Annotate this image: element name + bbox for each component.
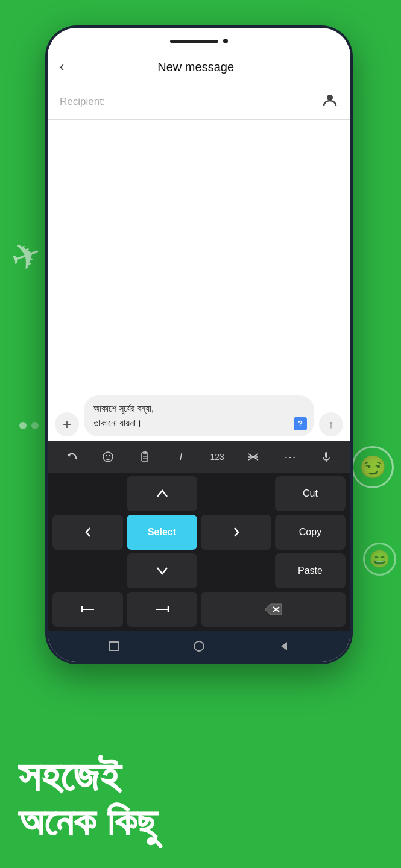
svg-point-2 — [103, 452, 113, 462]
app-screen: ‹ New message Recipient: — [48, 49, 350, 662]
svg-point-4 — [109, 455, 110, 456]
text-input-bubble[interactable]: আকাশে সূর্যের বন্যা, তাকানো যায়না। ? — [84, 395, 314, 436]
bottom-text-line1: সহজেই — [18, 752, 383, 800]
cut-key[interactable]: Cut — [275, 476, 346, 511]
keyboard-keys: Cut Select Copy — [48, 473, 350, 631]
toolbar-123[interactable]: 123 — [200, 447, 234, 467]
svg-point-0 — [327, 95, 333, 101]
nav-right-key[interactable] — [201, 515, 271, 550]
message-area — [48, 120, 350, 391]
back-button[interactable]: ‹ — [60, 59, 71, 75]
phone-frame: ‹ New message Recipient: — [45, 25, 353, 664]
send-button[interactable]: ↑ — [319, 412, 343, 436]
svg-point-3 — [106, 455, 107, 456]
nav-bar — [48, 631, 350, 662]
home-key[interactable] — [52, 592, 123, 627]
backspace-key[interactable] — [201, 592, 346, 627]
toolbar-mic[interactable] — [309, 446, 343, 468]
input-row: + আকাশে সূর্যের বন্যা, তাকানো যায়না। ? … — [48, 391, 350, 441]
notch — [170, 40, 218, 43]
status-bar — [48, 28, 350, 49]
svg-rect-12 — [325, 452, 327, 458]
copy-key[interactable]: Copy — [275, 515, 346, 550]
select-key[interactable]: Select — [127, 515, 197, 550]
nav-down-key[interactable] — [127, 553, 197, 588]
svg-point-19 — [194, 641, 204, 651]
nav-bar-square[interactable] — [104, 637, 124, 656]
nav-up-key[interactable] — [127, 476, 197, 511]
status-dot — [223, 39, 228, 43]
svg-rect-18 — [110, 642, 118, 650]
toolbar-font[interactable]: I — [164, 447, 198, 467]
toolbar-emoji[interactable] — [91, 446, 125, 468]
help-icon[interactable]: ? — [294, 417, 307, 430]
keyboard: I 123 ⋯ — [48, 441, 350, 631]
end-key[interactable] — [127, 592, 197, 627]
nav-bar-back[interactable] — [274, 637, 294, 656]
app-header: ‹ New message — [48, 49, 350, 84]
add-button[interactable]: + — [55, 412, 79, 436]
bottom-text-line2: অনেক কিছু — [18, 800, 383, 844]
toolbar-undo[interactable] — [55, 446, 89, 468]
page-title: New message — [71, 60, 320, 74]
svg-marker-20 — [281, 642, 287, 650]
toolbar-clipboard[interactable] — [128, 446, 162, 468]
toolbar-more[interactable]: ⋯ — [273, 445, 307, 469]
recipient-label: Recipient: — [60, 96, 321, 108]
nav-left-key[interactable] — [52, 515, 123, 550]
bottom-text: সহজেই অনেক কিছু — [0, 752, 401, 844]
paste-key[interactable]: Paste — [275, 553, 346, 588]
contact-icon[interactable] — [321, 92, 338, 112]
keyboard-toolbar: I 123 ⋯ — [48, 441, 350, 473]
recipient-row[interactable]: Recipient: — [48, 84, 350, 120]
message-text-line1: আকাশে সূর্যের বন্যা, — [93, 403, 154, 414]
toolbar-pattern[interactable] — [236, 446, 270, 468]
nav-bar-home[interactable] — [189, 637, 209, 656]
message-text-line2: তাকানো যায়না। — [93, 418, 142, 428]
